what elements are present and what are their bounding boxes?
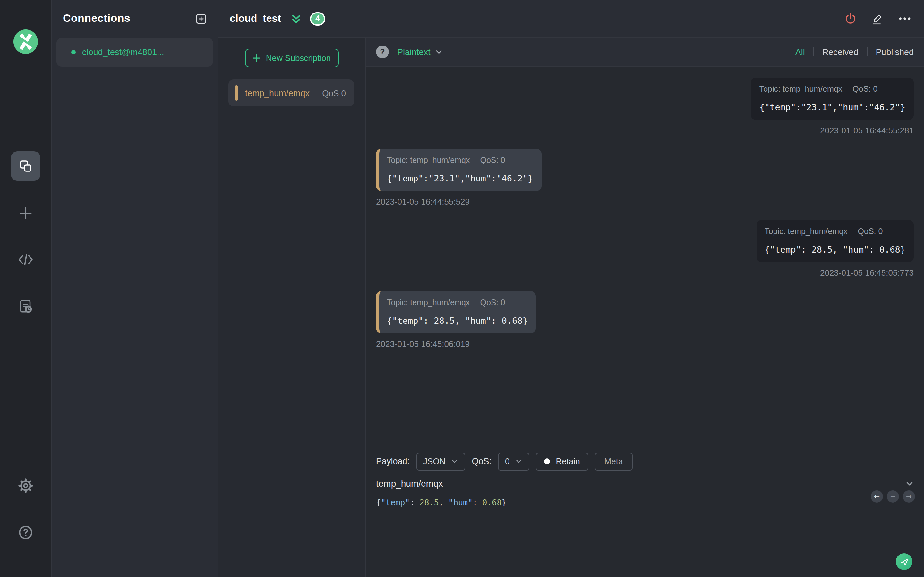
new-connection-plus-icon: [17, 205, 34, 222]
message-list[interactable]: Topic: temp_hum/emqx QoS: 0 {"temp":"23.…: [366, 67, 924, 447]
publish-controls: Payload: JSON QoS: 0: [366, 448, 924, 475]
add-connection-button[interactable]: [195, 13, 207, 25]
subscription-color-marker: [235, 85, 238, 101]
connection-status-dot: [71, 50, 76, 55]
new-subscription-button[interactable]: New Subscription: [245, 49, 338, 67]
collapse-button[interactable]: −: [887, 490, 899, 503]
settings-gear-icon: [18, 478, 34, 494]
next-message-button[interactable]: →: [903, 490, 915, 503]
connection-list-item[interactable]: cloud_test@m4801...: [57, 38, 213, 67]
connections-panel: Connections cloud_test@m4801...: [52, 0, 218, 577]
disconnect-button[interactable]: [844, 12, 857, 25]
message-qos: QoS: 0: [480, 156, 505, 165]
nav-log-button[interactable]: [18, 298, 34, 314]
publish-payload-editor[interactable]: {"temp": 28.5, "hum": 0.68}: [366, 492, 924, 512]
payload-label: Payload:: [376, 456, 410, 466]
mqttx-logo: [13, 29, 39, 55]
message-topic: Topic: temp_hum/emqx: [759, 85, 842, 93]
help-button[interactable]: [18, 524, 34, 540]
editor-pager: ← − →: [871, 490, 915, 503]
chevron-down-icon: [435, 48, 443, 56]
script-code-icon: [17, 251, 34, 268]
add-connection-icon: [195, 13, 207, 25]
message-payload: {"temp":"23.1","hum":"46.2"}: [759, 102, 905, 112]
payload-editor-line: {"temp": 28.5, "hum": 0.68}: [376, 498, 507, 507]
connection-title: cloud_test: [230, 13, 281, 24]
meta-button[interactable]: Meta: [595, 452, 633, 470]
collapse-all-button[interactable]: [291, 13, 302, 24]
settings-button[interactable]: [18, 478, 34, 494]
left-rail: [0, 0, 52, 577]
message-qos: QoS: 0: [858, 227, 883, 236]
more-ellipsis-icon: [898, 11, 912, 26]
log-icon: [18, 298, 34, 314]
message-group: Topic: temp_hum/emqx QoS: 0 {"temp": 28.…: [376, 220, 914, 277]
message-qos: QoS: 0: [853, 85, 877, 93]
nav-connections-button[interactable]: [11, 151, 40, 181]
edit-pencil-icon: [871, 12, 884, 25]
message-filters: All Received Published: [795, 47, 914, 57]
main-area: cloud_test 4: [218, 0, 924, 577]
message-payload: {"temp": 28.5, "hum": 0.68}: [387, 316, 528, 326]
publish-topic-input[interactable]: temp_hum/emqx: [366, 475, 924, 492]
qos-label: QoS:: [472, 456, 491, 466]
message-payload: {"temp": 28.5, "hum": 0.68}: [764, 244, 905, 255]
message-timestamp: 2023-01-05 16:45:05:773: [820, 268, 914, 277]
connections-icon: [18, 158, 33, 174]
payload-format-help-icon[interactable]: ?: [376, 45, 389, 58]
send-plane-icon: [899, 556, 909, 567]
filter-all[interactable]: All: [795, 47, 805, 57]
message-topic: Topic: temp_hum/emqx: [387, 298, 470, 307]
connections-title: Connections: [63, 12, 130, 25]
message-timestamp: 2023-01-05 16:44:55:529: [376, 197, 470, 206]
collapse-editor-chevron-icon[interactable]: [905, 479, 914, 488]
message-bubble[interactable]: Topic: temp_hum/emqx QoS: 0 {"temp":"23.…: [751, 77, 914, 120]
filter-received[interactable]: Received: [822, 47, 859, 57]
message-topic: Topic: temp_hum/emqx: [387, 156, 470, 165]
mqttx-window: Connections cloud_test@m4801... cloud_te…: [0, 0, 924, 577]
filter-published[interactable]: Published: [876, 47, 914, 57]
collapse-all-icon: [291, 13, 302, 24]
message-bubble[interactable]: Topic: temp_hum/emqx QoS: 0 {"temp": 28.…: [376, 291, 536, 334]
connection-header: cloud_test 4: [218, 0, 924, 38]
chevron-down-icon: [515, 458, 522, 465]
payload-format-value: Plaintext: [397, 47, 431, 57]
edit-connection-button[interactable]: [871, 12, 884, 25]
publish-panel: Payload: JSON QoS: 0: [366, 447, 924, 577]
message-timestamp: 2023-01-05 16:45:06:019: [376, 339, 470, 349]
filter-separator: [867, 47, 867, 56]
subscription-topic: temp_hum/emqx: [245, 88, 317, 98]
disconnect-power-icon: [844, 12, 857, 25]
qos-select[interactable]: 0: [498, 452, 529, 470]
message-topic: Topic: temp_hum/emqx: [764, 227, 847, 236]
qos-value: 0: [505, 456, 509, 466]
subscription-item[interactable]: temp_hum/emqx QoS 0: [228, 79, 354, 106]
message-bubble[interactable]: Topic: temp_hum/emqx QoS: 0 {"temp": 28.…: [756, 220, 914, 262]
prev-message-button[interactable]: ←: [871, 490, 883, 503]
payload-format-dropdown[interactable]: Plaintext: [397, 47, 443, 57]
message-group: Topic: temp_hum/emqx QoS: 0 {"temp": 28.…: [376, 291, 914, 349]
payload-type-select[interactable]: JSON: [416, 452, 465, 470]
retain-label: Retain: [556, 456, 580, 466]
message-group: Topic: temp_hum/emqx QoS: 0 {"temp":"23.…: [376, 149, 914, 206]
subscription-qos: QoS 0: [322, 88, 346, 98]
more-options-button[interactable]: [898, 11, 912, 26]
message-qos: QoS: 0: [480, 298, 505, 307]
retain-toggle[interactable]: Retain: [536, 452, 588, 470]
publish-topic-value: temp_hum/emqx: [376, 478, 443, 488]
nav-new-connection-button[interactable]: [17, 205, 34, 222]
new-subscription-label: New Subscription: [266, 53, 331, 63]
message-bubble[interactable]: Topic: temp_hum/emqx QoS: 0 {"temp":"23.…: [376, 149, 541, 191]
subscription-count-badge[interactable]: 4: [310, 12, 325, 25]
messages-column: ? Plaintext All Received Published: [366, 38, 924, 577]
chevron-down-icon: [451, 458, 458, 465]
help-icon: [18, 524, 34, 540]
nav-script-button[interactable]: [17, 251, 34, 268]
messages-toolbar: ? Plaintext All Received Published: [366, 38, 924, 67]
plus-icon: [252, 54, 261, 62]
message-group: Topic: temp_hum/emqx QoS: 0 {"temp":"23.…: [376, 77, 914, 135]
send-button[interactable]: [896, 553, 913, 570]
meta-label: Meta: [604, 456, 623, 466]
subscriptions-column: New Subscription temp_hum/emqx QoS 0: [218, 38, 366, 577]
payload-type-value: JSON: [423, 456, 445, 466]
